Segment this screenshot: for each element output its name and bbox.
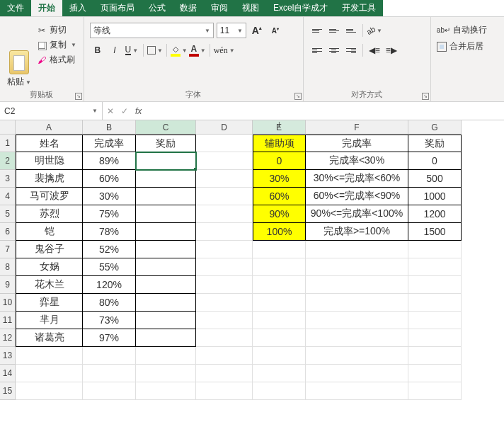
cell[interactable] — [306, 382, 408, 400]
tab-data[interactable]: 数据 — [173, 0, 204, 16]
cell[interactable]: 500 — [408, 170, 462, 188]
cell[interactable]: 1500 — [408, 223, 462, 241]
cell[interactable] — [196, 241, 253, 258]
cell[interactable]: 马可波罗 — [16, 188, 83, 205]
cell[interactable]: 90% — [253, 205, 306, 223]
row-header[interactable]: 12 — [0, 329, 16, 347]
tab-home[interactable]: 开始 — [31, 0, 62, 16]
increase-indent-button[interactable]: ≡▶ — [384, 42, 399, 58]
row-header[interactable]: 1 — [0, 135, 16, 152]
cell[interactable]: 裴擒虎 — [16, 170, 83, 188]
cell[interactable] — [136, 258, 196, 276]
cell[interactable]: 明世隐 — [16, 152, 83, 170]
cell[interactable]: 1200 — [408, 205, 462, 223]
grow-font-button[interactable]: A▴ — [249, 23, 265, 38]
cell[interactable]: 90%<=完成率<100% — [306, 205, 408, 223]
cell[interactable] — [196, 170, 253, 188]
cell[interactable]: 完成率 — [83, 135, 136, 152]
enter-formula-icon[interactable]: ✓ — [121, 106, 128, 116]
cell[interactable] — [136, 329, 196, 347]
col-header-B[interactable]: B — [83, 120, 136, 135]
col-header-A[interactable]: A — [16, 120, 83, 135]
align-center-button[interactable] — [326, 42, 342, 58]
cell[interactable] — [196, 347, 253, 365]
cell[interactable] — [136, 223, 196, 241]
row-header[interactable]: 6 — [0, 223, 16, 241]
cell[interactable]: 鬼谷子 — [16, 241, 83, 258]
cell[interactable] — [136, 170, 196, 188]
merge-center-button[interactable]: 合并后居 — [437, 40, 487, 52]
cell[interactable]: 芈月 — [16, 312, 83, 329]
cell[interactable] — [196, 258, 253, 276]
cell[interactable] — [253, 312, 306, 329]
cut-button[interactable]: 剪切 — [37, 24, 76, 36]
row-header[interactable]: 8 — [0, 258, 16, 276]
cell[interactable] — [16, 347, 83, 365]
borders-button[interactable]: ▼ — [147, 42, 163, 58]
cell[interactable]: 辅助项 — [253, 135, 306, 152]
col-header-G[interactable]: G — [408, 120, 462, 135]
cell[interactable] — [253, 347, 306, 365]
cell[interactable]: 97% — [83, 329, 136, 347]
cell[interactable] — [16, 382, 83, 400]
cell[interactable]: 60% — [253, 188, 306, 205]
tab-review[interactable]: 审阅 — [204, 0, 235, 16]
cell[interactable]: 奖励 — [408, 135, 462, 152]
copy-button[interactable]: 复制▼ — [37, 39, 76, 51]
cell[interactable]: 1000 — [408, 188, 462, 205]
cell[interactable] — [136, 312, 196, 329]
cell[interactable]: 0 — [253, 152, 306, 170]
cell[interactable] — [196, 329, 253, 347]
cell[interactable]: 55% — [83, 258, 136, 276]
name-box[interactable]: C2 ▼ — [0, 102, 103, 120]
format-painter-button[interactable]: 格式刷 — [37, 54, 76, 66]
cell[interactable] — [306, 276, 408, 294]
tab-developer[interactable]: 开发工具 — [335, 0, 383, 16]
cell[interactable] — [196, 135, 253, 152]
align-right-button[interactable] — [343, 42, 359, 58]
row-header[interactable]: 5 — [0, 205, 16, 223]
cell[interactable] — [408, 241, 462, 258]
cell[interactable]: 完成率<30% — [306, 152, 408, 170]
cell[interactable]: 30%<=完成率<60% — [306, 170, 408, 188]
cell[interactable] — [136, 347, 196, 365]
cell[interactable]: 苏烈 — [16, 205, 83, 223]
bottom-align-button[interactable] — [343, 23, 359, 38]
cell[interactable]: 100% — [253, 223, 306, 241]
dialog-launcher-icon[interactable]: ↘ — [422, 93, 429, 100]
cell[interactable] — [196, 365, 253, 382]
top-align-button[interactable] — [309, 23, 325, 38]
cell[interactable]: 60%<=完成率<90% — [306, 188, 408, 205]
cell[interactable]: 诸葛亮 — [16, 329, 83, 347]
cell[interactable]: 奖励 — [136, 135, 196, 152]
cell[interactable] — [196, 382, 253, 400]
cell[interactable] — [196, 188, 253, 205]
cell[interactable] — [136, 365, 196, 382]
bold-button[interactable]: B — [90, 42, 105, 58]
cell[interactable] — [253, 382, 306, 400]
fill-color-button[interactable]: ◇ ▼ — [171, 42, 188, 58]
cell[interactable]: 78% — [83, 223, 136, 241]
cell[interactable] — [16, 365, 83, 382]
cell[interactable]: 铠 — [16, 223, 83, 241]
cell[interactable]: 52% — [83, 241, 136, 258]
select-all-corner[interactable] — [0, 120, 16, 135]
cell[interactable] — [306, 312, 408, 329]
cell[interactable] — [306, 241, 408, 258]
cell[interactable] — [408, 276, 462, 294]
cell[interactable] — [136, 294, 196, 312]
cell[interactable] — [408, 382, 462, 400]
cell[interactable] — [136, 188, 196, 205]
cell[interactable]: 0 — [408, 152, 462, 170]
align-left-button[interactable] — [309, 42, 325, 58]
formula-input[interactable] — [146, 102, 504, 120]
cell[interactable] — [408, 312, 462, 329]
wrap-text-button[interactable]: ab↵ 自动换行 — [437, 24, 487, 36]
phonetic-button[interactable]: wén▼ — [214, 42, 235, 58]
shrink-font-button[interactable]: A▾ — [268, 23, 283, 38]
cell[interactable]: 30% — [253, 170, 306, 188]
cell[interactable] — [306, 347, 408, 365]
row-header[interactable]: 7 — [0, 241, 16, 258]
row-header[interactable]: 2 — [0, 152, 16, 170]
cell[interactable] — [136, 152, 196, 170]
